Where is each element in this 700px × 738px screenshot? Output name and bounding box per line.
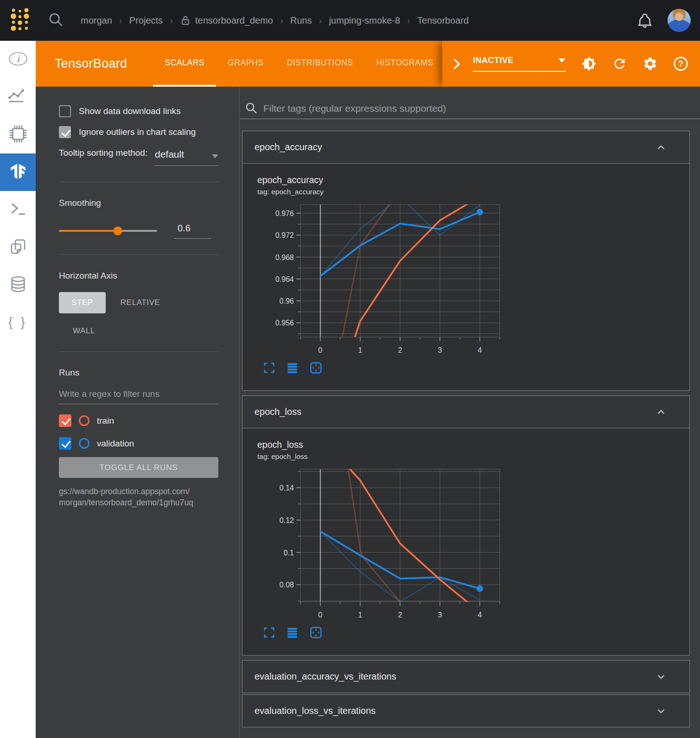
chevron-down-icon[interactable]	[655, 705, 667, 717]
axis-wall-button[interactable]: WALL	[73, 326, 95, 336]
chevron-down-icon	[212, 154, 218, 158]
left-icon-rail: i	[0, 41, 36, 738]
chart-tag: tag: epoch_accuracy	[257, 188, 689, 196]
run-row-train[interactable]: train	[59, 414, 218, 427]
rail-item-files[interactable]	[0, 229, 36, 266]
card-title: epoch_accuracy	[255, 142, 322, 153]
smoothing-slider-thumb[interactable]	[114, 227, 122, 235]
data-table-icon[interactable]	[286, 362, 299, 374]
breadcrumb-separator: ›	[280, 15, 283, 26]
card-evaluation-accuracy: evaluation_accuracy_vs_iterations	[242, 660, 690, 693]
divider	[59, 254, 218, 255]
tab-distributions[interactable]: DISTRIBUTIONS	[275, 41, 365, 87]
rail-item-charts[interactable]	[0, 78, 36, 116]
card-epoch-accuracy: epoch_accuracy epoch_accuracy tag: epoch…	[242, 131, 690, 391]
terminal-icon	[9, 200, 27, 220]
ignore-outliers-checkbox[interactable]: Ignore outliers in chart scaling	[59, 126, 218, 138]
svg-text:0.968: 0.968	[275, 254, 294, 261]
rail-item-config[interactable]: { }	[0, 304, 36, 341]
user-avatar[interactable]	[668, 9, 691, 32]
checkbox-unchecked-icon	[59, 105, 71, 117]
card-epoch-accuracy-header[interactable]: epoch_accuracy	[242, 131, 689, 163]
chevron-down-icon	[558, 58, 566, 63]
svg-text:0.956: 0.956	[275, 319, 294, 327]
filter-tags-input[interactable]: Filter tags (regular expressions support…	[263, 103, 446, 114]
axis-step-button[interactable]: STEP	[59, 292, 106, 313]
card-epoch-loss-header[interactable]: epoch_loss	[242, 396, 689, 428]
svg-text:0.12: 0.12	[280, 516, 294, 524]
svg-text:4: 4	[478, 611, 482, 619]
epoch-loss-chart[interactable]: 012340.140.120.10.08	[256, 464, 535, 622]
svg-text:3: 3	[438, 611, 442, 619]
expand-chart-icon[interactable]	[263, 362, 275, 374]
card-evaluation-accuracy-header[interactable]: evaluation_accuracy_vs_iterations	[242, 661, 689, 693]
validation-checkbox[interactable]	[59, 437, 71, 450]
breadcrumb-runs[interactable]: Runs	[290, 15, 312, 26]
chart-title: epoch_accuracy	[257, 175, 689, 185]
svg-text:2: 2	[398, 611, 402, 619]
lock-open-icon	[180, 15, 191, 26]
chart-title: epoch_loss	[257, 439, 689, 450]
help-icon[interactable]: ?	[673, 56, 688, 71]
run-row-validation[interactable]: validation	[59, 437, 218, 450]
show-download-links-label: Show data download links	[79, 106, 181, 116]
divider	[59, 182, 218, 182]
svg-text:2: 2	[398, 346, 402, 354]
chart-toolbar	[263, 626, 689, 639]
pan-zoom-icon[interactable]	[309, 626, 323, 639]
svg-text:i: i	[16, 53, 20, 64]
settings-gear-icon[interactable]	[643, 56, 658, 71]
breadcrumb-user[interactable]: morgan	[81, 15, 112, 26]
train-checkbox[interactable]	[59, 414, 71, 427]
cpu-chip-icon	[7, 123, 29, 146]
axis-relative-button[interactable]: RELATIVE	[121, 298, 160, 307]
toggle-all-runs-button[interactable]: TOGGLE ALL RUNS	[59, 457, 218, 478]
smoothing-value-input[interactable]: 0.6	[174, 223, 211, 239]
run-state-select[interactable]: INACTIVE	[473, 56, 566, 72]
breadcrumb-project[interactable]: tensorboard_demo	[195, 15, 273, 26]
train-color-swatch[interactable]	[79, 415, 89, 426]
card-title: evaluation_loss_vs_iterations	[255, 706, 375, 716]
tab-histograms[interactable]: HISTOGRAMS	[365, 41, 445, 87]
show-download-links-checkbox[interactable]: Show data download links	[59, 105, 218, 117]
refresh-icon[interactable]	[612, 56, 627, 71]
validation-color-swatch[interactable]	[79, 438, 89, 449]
epoch-accuracy-chart[interactable]: 012340.9760.9720.9680.9640.960.956	[256, 200, 535, 357]
breadcrumb-page[interactable]: Tensorboard	[417, 15, 469, 26]
tab-scalars[interactable]: SCALARS	[153, 41, 216, 87]
rail-item-tensorboard[interactable]	[0, 153, 36, 191]
chevron-up-icon[interactable]	[655, 141, 667, 153]
tab-graphs[interactable]: GRAPHS	[216, 41, 275, 87]
search-icon	[245, 102, 258, 115]
theme-brightness-icon[interactable]	[581, 56, 597, 71]
svg-text:1: 1	[358, 346, 363, 354]
breadcrumb-run[interactable]: jumping-smoke-8	[329, 15, 400, 26]
rail-item-logs[interactable]	[0, 191, 36, 229]
tabs-scroll-right-icon[interactable]	[452, 58, 462, 70]
search-icon[interactable]	[48, 12, 63, 29]
smoothing-slider-fill	[59, 230, 118, 232]
card-epoch-loss: epoch_loss epoch_loss tag: epoch_loss 01…	[242, 395, 690, 655]
data-table-icon[interactable]	[286, 626, 299, 639]
card-evaluation-loss-header[interactable]: evaluation_loss_vs_iterations	[242, 695, 689, 727]
breadcrumb-projects[interactable]: Projects	[129, 15, 163, 26]
card-epoch-accuracy-body: epoch_accuracy tag: epoch_accuracy 01234…	[242, 163, 689, 390]
runs-regex-input[interactable]: Write a regex to filter runs	[59, 389, 218, 404]
rail-item-artifacts[interactable]	[0, 266, 36, 304]
chevron-up-icon[interactable]	[655, 406, 667, 418]
tensorboard-logo: TensorBoard	[55, 57, 127, 71]
storage-path: gs://wandb-production.appspot.com/ morga…	[59, 486, 218, 508]
smoothing-slider[interactable]	[59, 230, 157, 232]
expand-chart-icon[interactable]	[263, 626, 275, 639]
wandb-logo-icon[interactable]	[9, 6, 31, 34]
notifications-bell-icon[interactable]	[637, 13, 653, 28]
chart-tag: tag: epoch_loss	[257, 452, 689, 461]
breadcrumb-separator: ›	[170, 15, 173, 26]
pan-zoom-icon[interactable]	[309, 361, 323, 375]
tooltip-sorting-select[interactable]: default	[155, 149, 218, 166]
svg-text:0.96: 0.96	[280, 297, 294, 305]
svg-text:0: 0	[318, 346, 323, 354]
rail-item-system[interactable]	[0, 116, 36, 153]
chevron-down-icon[interactable]	[655, 671, 667, 683]
rail-item-overview[interactable]: i	[0, 41, 36, 78]
